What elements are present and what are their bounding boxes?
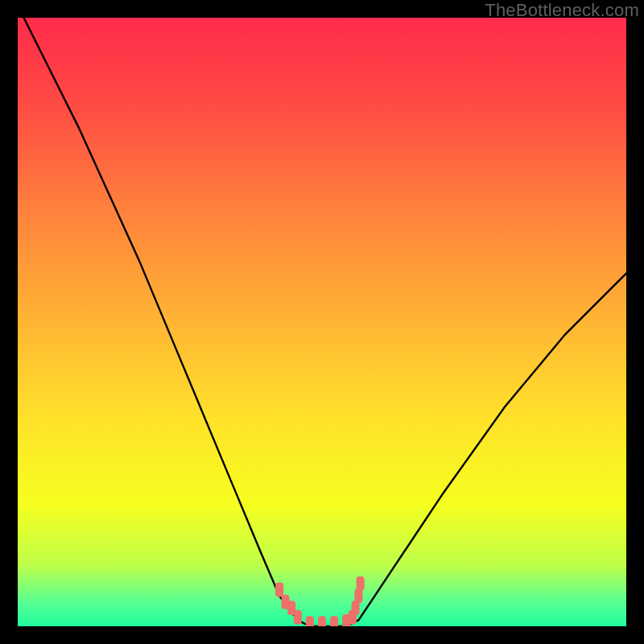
marker-point [294,610,302,625]
watermark-text: TheBottleneck.com [485,0,639,21]
bottleneck-marker-cluster [275,576,365,626]
marker-point [357,576,365,591]
marker-point [306,616,314,626]
bottleneck-curve-line [18,18,626,626]
marker-point [330,616,338,626]
chart-frame [18,18,626,626]
marker-point [318,616,326,626]
bottleneck-chart [18,18,626,626]
marker-point [275,583,283,597]
